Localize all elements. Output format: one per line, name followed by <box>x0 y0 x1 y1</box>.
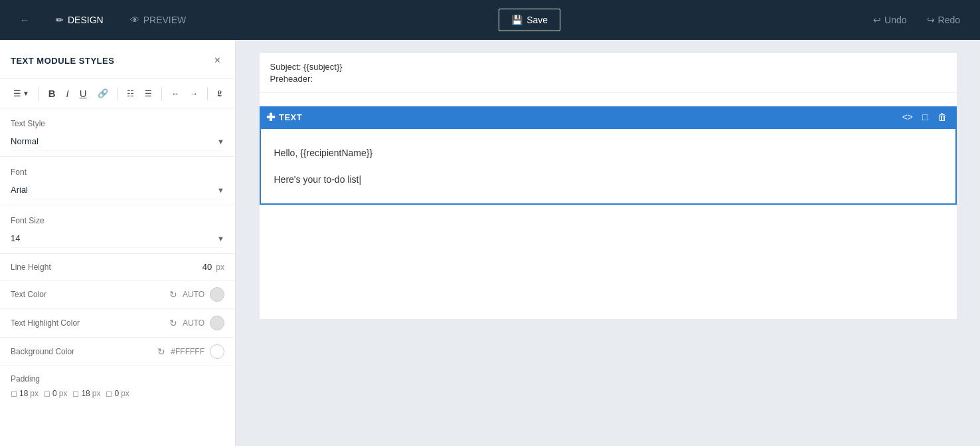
close-button[interactable]: × <box>210 53 224 68</box>
padding-bottom-unit: px <box>92 389 101 398</box>
design-label: DESIGN <box>68 15 104 25</box>
text-line-1: Hello, {{recipientName}} <box>274 140 942 166</box>
preview-tab[interactable]: 👁 PREVIEW <box>123 11 193 29</box>
text-style-label: Text Style <box>11 119 224 128</box>
padding-right-item: ◻ 0 px <box>44 389 67 398</box>
padding-left-value: 0 <box>114 389 119 398</box>
underline-button[interactable]: U <box>76 86 91 101</box>
sidebar-header: TEXT MODULE STYLES × <box>0 40 235 79</box>
duplicate-button[interactable]: □ <box>919 110 931 124</box>
background-color-controls: ↻ #FFFFFF <box>157 344 224 359</box>
padding-right-icon: ◻ <box>44 389 50 398</box>
text-highlight-value: AUTO <box>183 318 204 328</box>
padding-left-icon: ◻ <box>106 389 112 398</box>
padding-left-unit: px <box>121 389 129 398</box>
text-style-arrow: ▼ <box>217 138 224 146</box>
line-height-label: Line Height <box>11 263 51 272</box>
module-title-label: TEXT <box>279 112 302 122</box>
canvas-area: Subject: {{subject}} Preheader: ✚ TEXT <… <box>236 40 980 446</box>
format-dropdown[interactable]: ☰ ▼ <box>9 86 33 101</box>
background-color-swatch[interactable] <box>210 344 224 359</box>
text-module: ✚ TEXT <> □ 🗑 Hello, {{recipientName}} H… <box>260 106 957 205</box>
clear-format-button[interactable]: 𝕷 <box>213 86 226 100</box>
text-color-label: Text Color <box>11 290 90 299</box>
padding-label: Padding <box>11 374 224 384</box>
font-size-arrow: ▼ <box>217 235 224 243</box>
back-button[interactable]: ← <box>13 11 36 29</box>
padding-bottom-icon: ◻ <box>72 389 79 398</box>
font-select[interactable]: Arial ▼ <box>11 181 224 199</box>
text-highlight-controls: ↻ AUTO <box>169 316 224 330</box>
unordered-list-button[interactable]: ☰ <box>141 87 156 100</box>
save-label: Save <box>527 15 548 25</box>
text-highlight-reset-icon[interactable]: ↻ <box>169 318 177 328</box>
sidebar: TEXT MODULE STYLES × ☰ ▼ B I U 🔗 ☷ ☰ ↔ →… <box>0 40 236 446</box>
font-size-section: Font Size 14 ▼ <box>0 205 235 254</box>
background-color-reset-icon[interactable]: ↻ <box>157 346 165 357</box>
top-nav: ← ✏ DESIGN 👁 PREVIEW 💾 Save ↩ Undo ↪ Red… <box>0 0 980 40</box>
redo-button[interactable]: ↪ Redo <box>920 11 967 29</box>
padding-section: Padding ◻ 18 px ◻ 0 px ◻ 18 px <box>0 366 235 406</box>
indent-button[interactable]: ↔ <box>167 87 183 100</box>
text-module-header: ✚ TEXT <> □ 🗑 <box>260 106 957 128</box>
outdent-button[interactable]: → <box>186 87 202 100</box>
padding-bottom-item: ◻ 18 px <box>72 389 100 398</box>
undo-icon: ↩ <box>873 15 881 25</box>
line-height-value-group: 40 px <box>203 262 224 272</box>
main-area: TEXT MODULE STYLES × ☰ ▼ B I U 🔗 ☷ ☰ ↔ →… <box>0 40 980 446</box>
redo-icon: ↪ <box>927 15 935 25</box>
redo-label: Redo <box>938 15 960 25</box>
save-button[interactable]: 💾 Save <box>499 9 560 31</box>
sidebar-title: TEXT MODULE STYLES <box>11 56 114 66</box>
undo-button[interactable]: ↩ Undo <box>866 11 913 29</box>
padding-top-icon: ◻ <box>11 389 17 398</box>
text-color-reset-icon[interactable]: ↻ <box>169 289 177 300</box>
toolbar-separator-2 <box>118 87 118 100</box>
background-color-label: Background Color <box>11 347 90 356</box>
text-color-row: Text Color ↻ AUTO <box>0 280 235 309</box>
text-style-select[interactable]: Normal ▼ <box>11 132 224 151</box>
design-tab[interactable]: ✏ DESIGN <box>49 11 110 29</box>
undo-redo-group: ↩ Undo ↪ Redo <box>866 11 967 29</box>
text-highlight-label: Text Highlight Color <box>11 318 90 328</box>
undo-label: Undo <box>884 15 906 25</box>
font-arrow: ▼ <box>217 186 224 194</box>
email-preheader: Preheader: <box>270 74 946 84</box>
padding-right-value: 0 <box>52 389 57 398</box>
text-highlight-color-row: Text Highlight Color ↻ AUTO <box>0 309 235 338</box>
text-module-content[interactable]: Hello, {{recipientName}} Here's your to-… <box>260 128 957 205</box>
font-label: Font <box>11 167 224 177</box>
module-actions: <> □ 🗑 <box>899 110 950 124</box>
toolbar-separator-3 <box>161 87 162 100</box>
code-button[interactable]: <> <box>899 110 916 124</box>
text-color-swatch[interactable] <box>210 287 224 302</box>
preview-label: PREVIEW <box>143 15 187 25</box>
back-arrow-icon: ← <box>20 15 29 25</box>
email-subject-area: Subject: {{subject}} Preheader: <box>260 53 957 93</box>
delete-button[interactable]: 🗑 <box>934 110 950 124</box>
text-highlight-swatch[interactable] <box>210 316 224 330</box>
ordered-list-button[interactable]: ☷ <box>123 87 138 100</box>
eye-icon: 👁 <box>130 15 139 25</box>
list-icon: ☰ <box>13 88 21 98</box>
background-color-row: Background Color ↻ #FFFFFF <box>0 338 235 366</box>
link-button[interactable]: 🔗 <box>94 86 112 100</box>
padding-top-value: 18 <box>19 389 28 398</box>
email-subject: Subject: {{subject}} <box>270 62 946 72</box>
line-height-value: 40 <box>203 262 212 272</box>
line-height-row: Line Height 40 px <box>0 254 235 280</box>
background-color-value: #FFFFFF <box>171 347 204 356</box>
text-style-section: Text Style Normal ▼ <box>0 108 235 157</box>
text-style-value: Normal <box>11 136 217 146</box>
font-size-value: 14 <box>11 233 217 243</box>
text-color-value: AUTO <box>183 290 204 299</box>
padding-left-item: ◻ 0 px <box>106 389 129 398</box>
padding-right-unit: px <box>59 389 68 398</box>
padding-top-unit: px <box>30 389 39 398</box>
email-canvas: Subject: {{subject}} Preheader: ✚ TEXT <… <box>260 53 957 319</box>
italic-button[interactable]: I <box>62 86 73 101</box>
font-size-select[interactable]: 14 ▼ <box>11 229 224 248</box>
bold-button[interactable]: B <box>44 86 60 101</box>
save-icon: 💾 <box>511 15 523 25</box>
dropdown-arrow: ▼ <box>23 90 29 97</box>
